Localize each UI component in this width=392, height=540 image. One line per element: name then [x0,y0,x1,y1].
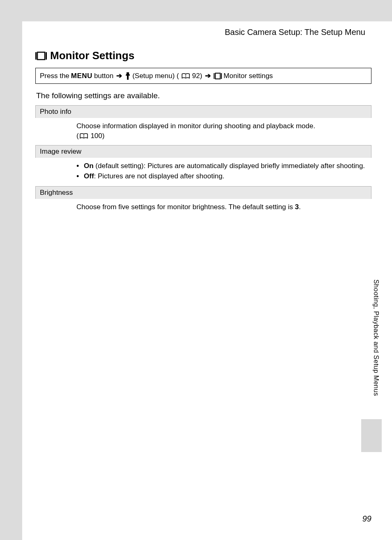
nav-prefix: Press the [40,72,69,80]
off-desc: : Pictures are not displayed after shoot… [94,172,225,180]
chapter-header: Basic Camera Setup: The Setup Menu [35,28,371,37]
brightness-default-value: 3 [295,203,299,211]
nav-monitor-settings: Monitor settings [224,72,273,80]
wrench-icon [125,72,131,80]
section-title: Monitor Settings [35,49,371,62]
image-review-header: Image review [35,145,371,158]
image-review-body: On (default setting): Pictures are autom… [35,158,371,187]
nav-page-ref-92: 92) [192,72,203,80]
side-tab-indicator [361,419,382,452]
photo-info-ref-page: 100) [90,132,104,140]
content-area: Basic Camera Setup: The Setup Menu Monit… [22,21,392,540]
section-title-text: Monitor Settings [50,49,134,62]
svg-rect-1 [46,52,47,60]
brightness-desc-suffix: . [299,203,301,211]
settings-table: Photo info Choose information displayed … [35,105,371,216]
menu-button-label: MENU [71,72,92,80]
nav-button-text: button [94,72,113,80]
left-margin [0,0,22,540]
monitor-settings-icon [35,51,47,60]
document-page: Basic Camera Setup: The Setup Menu Monit… [0,0,392,540]
arrow-icon: ➔ [205,72,211,80]
brightness-body: Choose from five settings for monitor br… [35,199,371,216]
side-tab-label: Shooting, Playback and Setup Menus [372,279,380,396]
book-reference-icon [182,73,190,79]
intro-text: The following settings are available. [35,91,371,100]
photo-info-header: Photo info [35,105,371,118]
brightness-desc-prefix: Choose from five settings for monitor br… [76,203,295,211]
brightness-header: Brightness [35,186,371,199]
page-number: 99 [362,514,371,524]
monitor-settings-icon-small [214,73,222,79]
on-desc: (default setting): Pictures are automati… [94,162,365,170]
svg-rect-4 [214,73,214,79]
svg-rect-5 [221,73,222,79]
svg-rect-0 [35,52,37,60]
top-margin [0,0,392,21]
book-reference-icon [80,133,88,139]
off-label: Off [84,172,94,180]
svg-rect-6 [215,73,220,79]
photo-info-body: Choose information displayed in monitor … [35,118,371,145]
photo-info-ref-prefix: ( [76,132,79,140]
image-review-on-item: On (default setting): Pictures are autom… [76,161,367,171]
navigation-path-box: Press the MENU button ➔ (Setup menu) ( 9… [35,68,371,84]
on-label: On [84,162,94,170]
svg-rect-2 [37,52,45,60]
image-review-off-item: Off: Pictures are not displayed after sh… [76,171,367,181]
image-review-list: On (default setting): Pictures are autom… [76,161,367,182]
nav-setup-menu: (Setup menu) ( [132,72,179,80]
photo-info-desc: Choose information displayed in monitor … [76,122,315,130]
arrow-icon: ➔ [116,72,122,80]
